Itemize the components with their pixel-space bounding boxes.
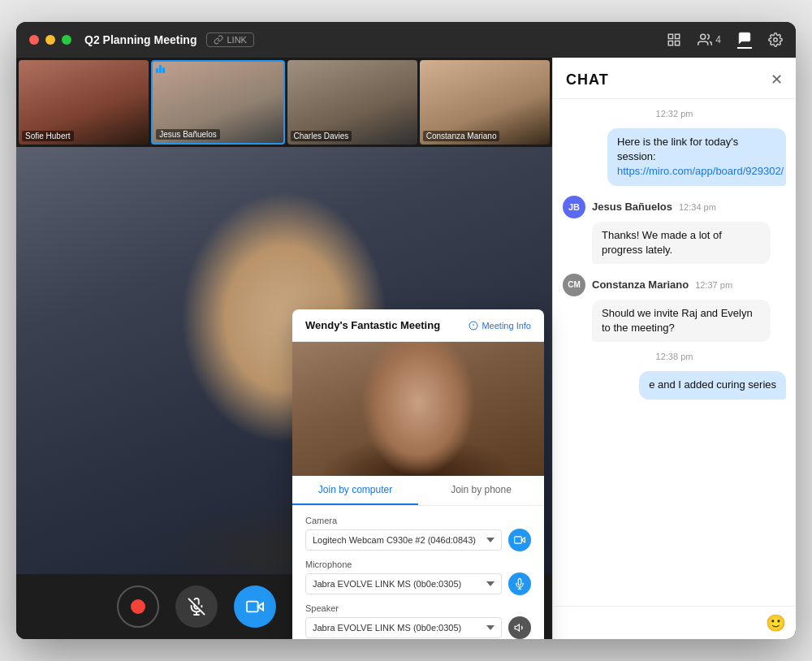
message-own-2: e and I added curing series <box>563 371 786 399</box>
time-jesus: 12:34 pm <box>679 202 716 212</box>
camera-label: Camera <box>305 516 531 525</box>
thumbnail-name-charles: Charles Davies <box>291 131 352 141</box>
mic-select[interactable]: Jabra EVOLVE LINK MS (0b0e:0305) <box>305 573 502 594</box>
main-content: Sofie Hubert Jesus Bañuelos Charles Davi… <box>16 58 796 639</box>
bubble-jesus: Thanks! We made a lot of progress lately… <box>592 222 771 264</box>
camera-button[interactable] <box>234 585 276 628</box>
meeting-info-label: Meeting Info <box>482 321 531 330</box>
avatar-constanza: CM <box>563 274 585 296</box>
timestamp-2: 12:38 pm <box>563 352 786 361</box>
mic-group: Microphone Jabra EVOLVE LINK MS (0b0e:03… <box>305 559 531 595</box>
join-modal: Wendy's Fantastic Meeting Meeting Info J… <box>292 309 544 639</box>
tab-join-phone[interactable]: Join by phone <box>418 476 544 505</box>
modal-video-preview <box>292 342 544 476</box>
record-dot <box>131 599 145 614</box>
thumbnail-constanza[interactable]: Constanza Mariano <box>420 60 550 145</box>
chat-title: CHAT <box>566 71 609 89</box>
camera-icon <box>508 529 531 551</box>
speaker-label: Speaker <box>305 603 531 613</box>
chat-panel: CHAT ✕ 12:32 pm Here is the link for tod… <box>552 58 796 639</box>
thumbnail-sofie[interactable]: Sofie Hubert <box>19 60 149 145</box>
thumbnail-name-constanza: Constanza Mariano <box>423 131 500 141</box>
modal-tabs: Join by computer Join by phone <box>292 476 544 506</box>
chat-header: CHAT ✕ <box>553 58 796 99</box>
settings-icon[interactable] <box>768 32 783 47</box>
bubble-own-1: Here is the link for today's session: ht… <box>607 128 786 186</box>
speaker-select[interactable]: Jabra EVOLVE LINK MS (0b0e:0305) <box>305 617 502 638</box>
modal-header: Wendy's Fantastic Meeting Meeting Info <box>292 309 544 342</box>
message-jesus: JB Jesus Bañuelos 12:34 pm Thanks! We ma… <box>563 196 786 264</box>
link-badge-text: LINK <box>227 35 246 45</box>
svg-marker-9 <box>258 603 263 610</box>
modal-video-person <box>292 342 544 476</box>
camera-group: Camera Logitech Webcam C930e #2 (046d:08… <box>305 516 531 551</box>
window-title: Q2 Planning Meeting <box>84 33 197 46</box>
mic-icon <box>508 572 531 595</box>
svg-rect-3 <box>676 41 680 45</box>
thumbnail-name-jesus: Jesus Bañuelos <box>156 129 220 140</box>
sender-jesus: Jesus Bañuelos <box>592 201 672 213</box>
svg-point-4 <box>701 34 706 39</box>
speaker-icon <box>508 616 531 639</box>
svg-marker-24 <box>515 624 519 631</box>
close-traffic-light[interactable] <box>29 35 39 45</box>
chat-icon-btn[interactable] <box>737 31 752 49</box>
timestamp-1: 12:32 pm <box>563 109 786 119</box>
bubble-constanza: Should we invite Raj and Evelyn to the m… <box>592 300 771 342</box>
thumbnail-name-sofie: Sofie Hubert <box>22 131 74 141</box>
speaking-indicator <box>156 65 165 73</box>
message-own-1: Here is the link for today's session: ht… <box>563 128 786 186</box>
chat-messages[interactable]: 12:32 pm Here is the link for today's se… <box>553 99 796 606</box>
participants-icon[interactable]: 4 <box>698 32 721 47</box>
app-window: Q2 Planning Meeting LINK 4 <box>16 22 796 639</box>
tab-join-computer[interactable]: Join by computer <box>292 476 418 505</box>
link-badge[interactable]: LINK <box>206 32 253 47</box>
thumbnail-charles[interactable]: Charles Davies <box>287 60 417 145</box>
emoji-button[interactable]: 🙂 <box>766 613 786 633</box>
record-button[interactable] <box>117 585 159 628</box>
title-bar: Q2 Planning Meeting LINK 4 <box>16 22 796 58</box>
svg-rect-1 <box>676 34 680 38</box>
mic-label: Microphone <box>305 559 531 569</box>
fullscreen-traffic-light[interactable] <box>62 35 71 45</box>
thumbnail-strip: Sofie Hubert Jesus Bañuelos Charles Davi… <box>16 58 552 147</box>
sender-constanza: Constanza Mariano <box>592 279 689 291</box>
speaker-group: Speaker Jabra EVOLVE LINK MS (0b0e:0305) <box>305 603 531 639</box>
svg-rect-0 <box>669 34 673 38</box>
time-constanza: 12:37 pm <box>695 280 732 290</box>
thumbnail-jesus[interactable]: Jesus Bañuelos <box>151 60 284 145</box>
bubble-own-2: e and I added curing series <box>639 371 786 399</box>
video-area: Sofie Hubert Jesus Bañuelos Charles Davi… <box>16 58 552 639</box>
message-constanza: CM Constanza Mariano 12:37 pm Should we … <box>563 274 786 342</box>
svg-rect-2 <box>669 41 673 45</box>
grid-icon[interactable] <box>667 32 681 47</box>
chat-close-button[interactable]: ✕ <box>771 71 783 89</box>
camera-select[interactable]: Logitech Webcam C930e #2 (046d:0843) <box>305 529 502 551</box>
modal-body: Camera Logitech Webcam C930e #2 (046d:08… <box>292 506 544 639</box>
minimize-traffic-light[interactable] <box>45 35 55 45</box>
title-bar-right: 4 <box>667 31 783 49</box>
modal-title: Wendy's Fantastic Meeting <box>305 319 440 331</box>
svg-marker-20 <box>521 538 525 542</box>
mute-button[interactable] <box>175 585 218 628</box>
svg-rect-21 <box>515 537 522 543</box>
chat-footer: 🙂 <box>553 606 796 639</box>
chat-link[interactable]: https://miro.com/app/board/929302/ <box>617 165 784 177</box>
traffic-lights <box>29 35 71 45</box>
participant-count: 4 <box>715 34 721 45</box>
svg-point-5 <box>774 38 778 42</box>
svg-rect-10 <box>247 602 258 612</box>
avatar-jesus: JB <box>563 196 585 218</box>
meeting-info-button[interactable]: Meeting Info <box>469 321 531 330</box>
